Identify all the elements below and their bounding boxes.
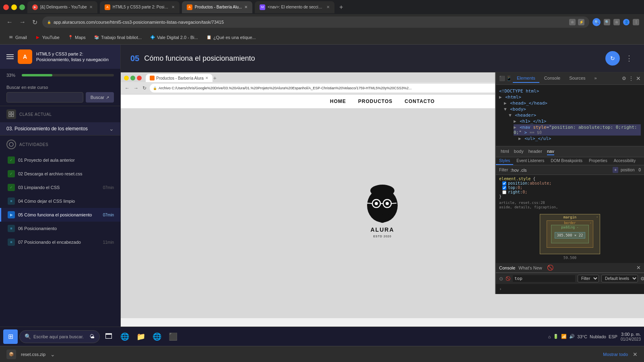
embed-reload-btn[interactable]: ↻ (142, 84, 147, 92)
tree-head[interactable]: ▶ <head>_</head> (504, 100, 641, 106)
console-settings-btn[interactable]: ⚙ (640, 276, 644, 282)
tree-h1[interactable]: ▶ <h1>_</h1> (514, 118, 641, 124)
tree-doctype[interactable]: <!DOCTYPE html> (499, 88, 641, 94)
taskbar-explorer[interactable]: 📁 (134, 329, 148, 344)
taskbar-task-view[interactable]: 🗖 (101, 329, 116, 344)
lesson-item-4[interactable]: ≡ 04 Cómo dejar el CSS limpio (0, 194, 120, 208)
bookmark-que[interactable]: 📋 ¿Qué es una etique... (203, 33, 259, 42)
sys-tray-icon-1[interactable]: ⌂ (548, 334, 551, 339)
lesson-item-5[interactable]: ▶ 05 Cómo funciona el posicionamiento 07… (0, 208, 120, 222)
bookmark-gmail[interactable]: ✉ Gmail (5, 33, 30, 42)
embed-close-btn[interactable] (137, 76, 142, 80)
embed-tab-close-icon[interactable]: ✕ (205, 76, 208, 80)
tab4-close[interactable]: ✕ (326, 5, 330, 9)
new-tab-btn[interactable]: + (337, 4, 345, 11)
prop3-checkbox[interactable] (502, 190, 506, 194)
console-tab[interactable]: Console (499, 265, 515, 270)
embed-nav-home[interactable]: HOME (330, 99, 346, 104)
bookmark-star-icon[interactable]: ☆ (569, 19, 576, 25)
tab1-close[interactable]: ✕ (89, 5, 93, 9)
browser-tab-1[interactable]: ▶ [&] Delinquents - YouTube ✕ (27, 1, 97, 13)
notes-btn[interactable]: ↻ (605, 51, 620, 66)
embed-tab-active[interactable]: Productos - Barbería Alura ✕ (146, 74, 213, 82)
console-levels-select[interactable]: Default levels (601, 275, 638, 282)
embed-nav-productos[interactable]: PRODUCTOS (358, 99, 392, 104)
embed-nav-contacto[interactable]: CONTACTO (405, 99, 435, 104)
lesson-item-7[interactable]: ≡ 07 Posicionando el encabezado 11min (0, 235, 120, 249)
address-bar[interactable]: 🔒 app.aluracursos.com/course/html5-css3-… (42, 16, 589, 28)
reload-btn[interactable]: ↻ (31, 18, 39, 27)
bookmark-btn[interactable]: ☆ (613, 19, 620, 25)
section-header[interactable]: 03. Posicionamiento de los elementos ⌄ (0, 122, 120, 135)
devtools-tab-console[interactable]: Console (540, 74, 564, 83)
taskbar-search[interactable]: 🔍 Escribe aquí para buscar. 🌤 (19, 330, 100, 343)
embed-max-btn[interactable] (130, 76, 135, 80)
prop1-checkbox[interactable] (502, 181, 506, 185)
start-btn[interactable]: ⊞ (3, 329, 18, 344)
devtools-tab-elements[interactable]: Elements (513, 74, 539, 83)
embed-back-btn[interactable]: ← (124, 84, 130, 92)
win-min-btn[interactable] (11, 4, 17, 10)
console-filter-select[interactable]: Filter (578, 275, 599, 282)
embed-min-btn[interactable] (124, 76, 129, 80)
extension-icon[interactable]: ⚡ (578, 19, 584, 25)
bookmark-maps[interactable]: 📍 Maps (64, 33, 89, 42)
extensions-btn[interactable]: 🔍 (592, 18, 601, 26)
hamburger-menu[interactable] (6, 54, 14, 59)
properties-tab[interactable]: Properties (586, 157, 611, 165)
sys-tray-vol[interactable]: 🔊 (569, 334, 575, 339)
tree-ul[interactable]: ▶ <ul>_</ul> (518, 136, 641, 142)
download-close-btn[interactable]: ✕ (633, 351, 638, 358)
breadcrumb-header[interactable]: header (528, 148, 542, 155)
accessibility-tab[interactable]: Accessibility (611, 157, 639, 165)
styles-tab[interactable]: Styles (496, 157, 513, 165)
embed-new-tab-btn[interactable]: + (213, 75, 217, 81)
more-btn[interactable]: ⋮ (633, 19, 639, 25)
back-btn[interactable]: ← (5, 18, 14, 27)
search-btn[interactable]: Buscar ↗ (86, 92, 114, 103)
more-options-btn[interactable]: ⋮ (624, 51, 634, 66)
bookmark-trabajo[interactable]: 📚 Trabajo final bibliot... (91, 33, 145, 42)
lesson-item-3[interactable]: ✓ 03 Limpiando el CSS 07min (0, 181, 120, 194)
devtools-device-btn[interactable]: 📱 (506, 76, 512, 81)
filter-input[interactable] (510, 168, 610, 173)
lesson-item-6[interactable]: ≡ 06 Posicionamiento (0, 222, 120, 235)
taskbar-vscode[interactable]: ⬛ (166, 329, 180, 344)
breadcrumb-nav[interactable]: nav (547, 148, 554, 155)
console-input[interactable] (513, 275, 575, 282)
devtools-close-btn[interactable]: ✕ (636, 75, 641, 82)
browser-tab-3[interactable]: A Productos - Barbería Alu... ✕ (182, 1, 252, 13)
tree-header[interactable]: ▼ <header> (509, 112, 641, 118)
browser-tab-4[interactable]: M <nav>: El elemento de sección d... ✕ (255, 1, 334, 13)
devtools-more-tabs[interactable]: » (590, 74, 601, 83)
section-chevron-icon[interactable]: ⌄ (109, 125, 114, 132)
win-close-btn[interactable] (3, 4, 9, 10)
embed-forward-btn[interactable]: → (133, 84, 139, 92)
add-style-btn[interactable]: + (613, 167, 618, 173)
sys-tray-wifi[interactable]: 📶 (561, 334, 567, 339)
sys-tray-icon-2[interactable]: 🔋 (553, 334, 559, 339)
tree-nav-highlighted[interactable]: ▶ <nav style="position: absolute;top: 0;… (514, 124, 641, 136)
console-clear2-btn[interactable]: 🚫 (506, 276, 510, 281)
breadcrumb-body[interactable]: body (514, 148, 524, 155)
devtools-settings-icon[interactable]: ⚙ (622, 75, 626, 82)
devtools-more-icon[interactable]: ⋮ (629, 75, 634, 82)
taskbar-edge[interactable]: 🌐 (118, 329, 132, 344)
console-clear-btn[interactable]: 🚫 (547, 265, 554, 271)
dom-breakpoints-tab[interactable]: DOM Breakpoints (547, 157, 586, 165)
tab3-close[interactable]: ✕ (244, 5, 248, 9)
zoom-btn[interactable]: 🔍 (604, 19, 610, 25)
win-max-btn[interactable] (19, 4, 25, 10)
lesson-item-1[interactable]: ✓ 01 Proyecto del aula anterior (0, 153, 120, 167)
download-expand-btn[interactable]: ⌄ (50, 351, 55, 358)
tab2-close[interactable]: ✕ (171, 5, 175, 9)
tree-html[interactable]: ▶ <html> (499, 94, 641, 100)
bookmark-youtube[interactable]: ▶ YouTube (32, 33, 63, 42)
devtools-inspect-btn[interactable]: ⬛ (499, 76, 505, 81)
console-close-btn[interactable]: ✕ (636, 265, 641, 271)
prop2-checkbox[interactable] (502, 186, 506, 190)
taskbar-chrome[interactable]: 🌐 (150, 329, 164, 344)
event-listeners-tab[interactable]: Event Listeners (513, 157, 547, 165)
browser-tab-2[interactable]: A HTML5 y CSS3 parte 2: Posic... ✕ (100, 1, 180, 13)
show-all-btn[interactable]: Mostrar todo (603, 352, 628, 357)
